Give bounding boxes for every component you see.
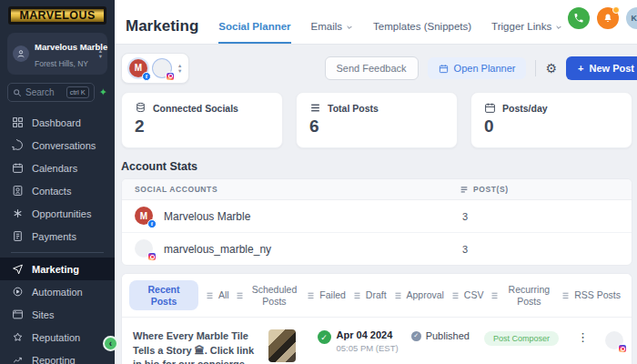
tab-trigger-links[interactable]: Trigger Links	[491, 21, 562, 44]
posts-tab-recurring-posts[interactable]: Recurring Posts	[490, 284, 554, 307]
posts-tab-recent-posts[interactable]: Recent Posts	[129, 280, 198, 310]
instagram-account-avatar	[135, 239, 154, 258]
opportunities-icon	[12, 207, 24, 219]
posts-tab-csv[interactable]: CSV	[451, 289, 484, 301]
sidebar-nav: Dashboard Conversations Calendars Contac…	[0, 111, 115, 364]
stat-label: Posts/day	[502, 103, 548, 114]
content-area: M f ▴▾ Send Feedback Open Planner	[115, 45, 637, 364]
notifications-button[interactable]	[597, 7, 619, 29]
list-icon	[460, 185, 469, 194]
sites-icon	[12, 308, 24, 320]
phone-icon	[573, 13, 584, 24]
account-row-posts: 3	[460, 211, 619, 222]
kebab-menu-icon[interactable]: ⋮	[577, 330, 589, 344]
phone-button[interactable]	[568, 7, 590, 29]
stat-value: 2	[135, 116, 269, 136]
calendar-icon	[484, 102, 496, 114]
instagram-icon	[147, 252, 157, 261]
list-icon	[561, 291, 570, 299]
posts-tab-approval[interactable]: Approval	[394, 289, 444, 301]
send-feedback-button[interactable]: Send Feedback	[325, 56, 419, 80]
post-row[interactable]: Where Every Marble Tile Tells a Story 🏛.…	[122, 318, 632, 364]
sidebar-collapse-button[interactable]: ‹	[103, 336, 118, 351]
success-check-icon: ✓	[318, 330, 331, 344]
sidebar-item-dashboard[interactable]: Dashboard	[0, 111, 115, 134]
stat-label: Total Posts	[328, 103, 379, 114]
account-name: Marvelous Marble	[35, 42, 107, 52]
post-status: ✓ Published	[411, 330, 470, 341]
reporting-icon	[12, 354, 24, 364]
sidebar-divider	[11, 252, 104, 253]
search-icon	[13, 88, 22, 97]
posts-tab-rss-posts[interactable]: RSS Posts	[561, 289, 621, 301]
tab-templates-snippets[interactable]: Templates (Snippets)	[373, 21, 471, 44]
app-root: MARVELOUS Marvelous Marble Forest Hills,…	[0, 0, 637, 364]
search-input[interactable]	[25, 87, 63, 97]
table-row[interactable]: marvelous_marble_ny 3	[122, 233, 632, 265]
sidebar-item-calendars[interactable]: Calendars	[0, 157, 115, 179]
sidebar-item-automation[interactable]: Automation	[0, 280, 115, 303]
page-title: Marketing	[126, 17, 198, 44]
sidebar-item-payments[interactable]: Payments	[0, 225, 115, 248]
chevron-left-icon: ‹	[109, 339, 112, 349]
payments-icon	[12, 230, 24, 242]
brand-logo[interactable]: MARVELOUS	[8, 6, 106, 25]
divider	[535, 60, 536, 76]
posts-tab-draft[interactable]: Draft	[353, 289, 387, 301]
sidebar-item-sites[interactable]: Sites	[0, 303, 115, 326]
sidebar-item-label: Sites	[32, 309, 54, 320]
posts-tab-failed[interactable]: Failed	[307, 289, 346, 301]
tab-emails[interactable]: Emails	[311, 21, 354, 44]
account-row-name: marvelous_marble_ny	[164, 243, 271, 256]
posts-tab-bar: Recent Posts All Scheduled Posts Failed …	[122, 274, 632, 318]
list-icon	[307, 291, 315, 299]
sidebar-item-label: Automation	[32, 287, 83, 298]
sidebar-item-conversations[interactable]: Conversations	[0, 134, 115, 157]
social-accounts-selector[interactable]: M f ▴▾	[121, 53, 189, 84]
post-text: Where Every Marble Tile Tells a Story 🏛.…	[133, 329, 263, 364]
column-header-social-accounts: SOCIAL ACCOUNTS	[135, 185, 460, 194]
ai-sparkle-icon[interactable]: ✦	[99, 86, 107, 98]
table-row[interactable]: M f Marvelous Marble 3	[122, 200, 632, 233]
posts-tab-all[interactable]: All	[206, 289, 229, 301]
sidebar-item-label: Contacts	[32, 186, 71, 197]
plus-icon: +	[578, 63, 583, 74]
list-icon	[236, 291, 244, 299]
brand-logo-text: MARVELOUS	[19, 9, 95, 22]
new-post-button[interactable]: +New Post	[566, 56, 637, 80]
stat-card-connected-socials: Connected Socials 2	[121, 92, 283, 148]
main-area: Marketing Social Planner Emails Template…	[115, 0, 637, 364]
account-location: Forest Hills, NY	[35, 59, 88, 68]
stat-card-total-posts: Total Posts 6	[296, 92, 458, 148]
post-date: Apr 04 2024	[337, 329, 399, 340]
instagram-account-avatar	[153, 59, 172, 78]
planner-settings-gear-icon[interactable]: ⚙	[545, 61, 557, 76]
calendar-icon	[439, 64, 449, 74]
chevron-updown-icon: ▴▾	[178, 63, 181, 74]
sidebar-item-reporting[interactable]: Reporting	[0, 349, 115, 364]
tab-social-planner[interactable]: Social Planner	[218, 21, 290, 44]
sidebar-item-label: Dashboard	[32, 117, 81, 128]
sidebar-item-label: Conversations	[32, 140, 96, 151]
user-avatar[interactable]: KD	[626, 7, 637, 29]
posts-tab-scheduled-posts[interactable]: Scheduled Posts	[236, 284, 299, 307]
facebook-account-avatar: M f	[135, 207, 154, 226]
sidebar-item-opportunities[interactable]: Opportunities	[0, 202, 115, 225]
sidebar-item-contacts[interactable]: Contacts	[0, 179, 115, 202]
top-header: Marketing Social Planner Emails Template…	[115, 0, 637, 45]
contacts-icon	[12, 185, 24, 197]
account-stats-heading: Account Stats	[121, 160, 637, 173]
conversations-icon	[12, 139, 24, 151]
sidebar-item-reputation[interactable]: Reputation	[0, 326, 115, 349]
open-planner-button[interactable]: Open Planner	[428, 57, 527, 79]
sidebar-item-marketing[interactable]: Marketing	[0, 258, 115, 280]
stat-label: Connected Socials	[153, 103, 238, 114]
list-icon	[206, 291, 214, 299]
search-box[interactable]: ctrl K	[7, 83, 95, 102]
account-switcher[interactable]: Marvelous Marble Forest Hills, NY ▴▾	[7, 33, 107, 75]
post-time: 05:05 PM (EST)	[337, 343, 399, 353]
list-icon	[451, 291, 460, 299]
facebook-icon: f	[147, 219, 157, 228]
instagram-icon	[166, 72, 175, 81]
posts-section: Recent Posts All Scheduled Posts Failed …	[121, 273, 632, 364]
